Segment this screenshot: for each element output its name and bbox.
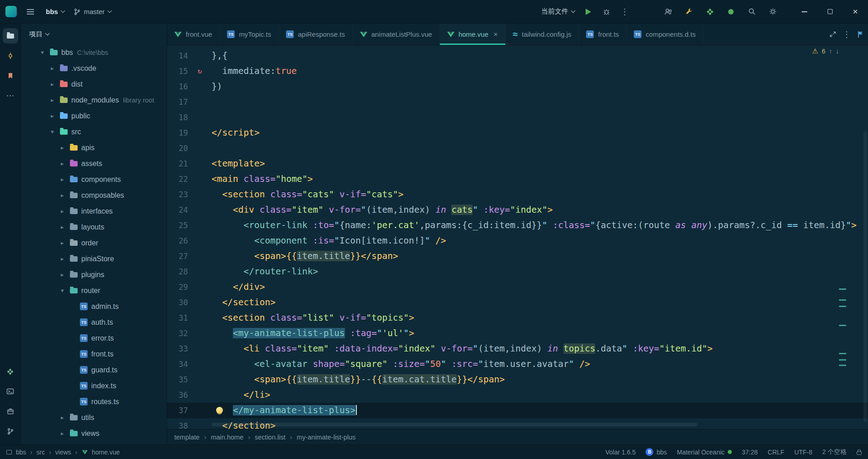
chevron-down-icon[interactable]: ▾ (41, 49, 50, 56)
status-path-item-home-vue[interactable]: home.vue (92, 449, 119, 456)
settings-button[interactable] (764, 4, 782, 20)
debug-button[interactable] (597, 4, 616, 20)
tree-item-order[interactable]: ▸order (21, 235, 167, 251)
chevron-right-icon[interactable]: ▸ (61, 176, 70, 183)
services-tool-button[interactable] (3, 404, 18, 419)
code-line-34[interactable]: 34 <el-avatar shape="square" :size="50" … (167, 356, 868, 372)
code-line-27[interactable]: 27 <span>{{item.title}}</span> (167, 249, 868, 264)
status-path-item-src[interactable]: src (36, 449, 45, 456)
inspection-widget[interactable]: ⚠ 6 ↑ ↓ (812, 47, 839, 55)
project-panel-header[interactable]: 项目 (21, 24, 167, 44)
tab-front-vue[interactable]: front.vue (167, 24, 220, 45)
chevron-right-icon[interactable]: ▸ (51, 97, 60, 103)
tree-item-auth-ts[interactable]: auth.ts (21, 314, 167, 330)
search-everywhere-button[interactable] (743, 4, 761, 20)
tree-item-router[interactable]: ▾router (21, 283, 167, 298)
line-separator-widget[interactable]: CRLF (768, 449, 784, 456)
chevron-right-icon[interactable]: ▸ (51, 81, 60, 88)
pinned-flag-button[interactable] (857, 31, 863, 38)
project-tool-button[interactable] (3, 28, 18, 44)
code-line-28[interactable]: 28 </router-link> (167, 264, 868, 279)
chevron-right-icon[interactable]: ▸ (61, 430, 70, 437)
tree-item-error-ts[interactable]: error.ts (21, 330, 167, 346)
chevron-right-icon[interactable]: ▸ (61, 144, 70, 151)
tree-item-piniastore[interactable]: ▸piniaStore (21, 251, 167, 267)
code-line-17[interactable]: 17 (167, 94, 868, 110)
terminal-tool-button[interactable] (3, 384, 18, 399)
project-widget[interactable]: bbs (41, 5, 69, 18)
run-button[interactable] (579, 4, 597, 20)
encoding-widget[interactable]: UTF-8 (794, 449, 813, 456)
code-line-18[interactable]: 18 (167, 110, 868, 125)
code-line-32[interactable]: 32 <my-animate-list-plus :tag="'ul'"> (167, 326, 868, 341)
tab-components-d-ts[interactable]: components.d.ts (626, 24, 703, 45)
tree-item-index-ts[interactable]: index.ts (21, 378, 167, 394)
status-path-item-bbs[interactable]: bbs (16, 449, 26, 456)
tree-item-admin-ts[interactable]: admin.ts (21, 298, 167, 314)
tree-item-utils[interactable]: ▸utils (21, 410, 167, 425)
commit-tool-button[interactable] (3, 48, 18, 63)
code-line-31[interactable]: 31 <section class="list" v-if="topics"> (167, 310, 868, 326)
chevron-right-icon[interactable]: ▸ (51, 65, 60, 72)
code-line-21[interactable]: 21<template> (167, 156, 868, 171)
code-line-36[interactable]: 36 </li> (167, 387, 868, 403)
code-line-14[interactable]: 14},{ (167, 48, 868, 63)
code-editor[interactable]: 14},{15↻ immediate:true16})171819</scrip… (167, 45, 868, 429)
bookmarks-tool-button[interactable] (3, 68, 18, 83)
code-line-35[interactable]: 35 <span>{{item.title}}--{{item.cat.titl… (167, 372, 868, 387)
chevron-right-icon[interactable]: ▸ (61, 239, 70, 246)
tree-item-src[interactable]: ▾src (21, 124, 167, 140)
prev-problem-button[interactable]: ↑ (829, 48, 832, 55)
code-line-33[interactable]: 33 <li class="item" :data-index="index" … (167, 341, 868, 356)
tree-item-vscode[interactable]: ▸.vscode (21, 60, 167, 76)
tab-apiresponse-ts[interactable]: apiResponse.ts (279, 24, 352, 45)
git-tool-button[interactable] (3, 424, 18, 439)
code-line-30[interactable]: 30 </section> (167, 295, 868, 310)
breadcrumb-item-section-list[interactable]: section.list (255, 434, 286, 441)
code-line-16[interactable]: 16}) (167, 79, 868, 94)
tree-item-components[interactable]: ▸components (21, 171, 167, 187)
tree-item-dist[interactable]: ▸dist (21, 76, 167, 92)
tree-item-routes-ts[interactable]: routes.ts (21, 394, 167, 410)
chevron-right-icon[interactable]: ▸ (61, 271, 70, 278)
tree-item-front-ts[interactable]: front.ts (21, 346, 167, 362)
tree-item-bbs[interactable]: ▾bbsC:\vite\bbs (21, 44, 167, 60)
layout-icon[interactable] (6, 450, 12, 454)
indent-widget[interactable]: 2 个空格 (822, 448, 847, 456)
breadcrumb-item-template[interactable]: template (174, 434, 200, 441)
chevron-right-icon[interactable]: ▸ (61, 208, 70, 215)
status-path-item-views[interactable]: views (55, 449, 71, 456)
tree-item-assets[interactable]: ▸assets (21, 156, 167, 171)
tab-home-vue[interactable]: home.vue✕ (440, 24, 506, 45)
collaboration-status-button[interactable] (722, 4, 740, 20)
theme-status[interactable]: Material Oceanic (677, 449, 732, 456)
minimize-button[interactable] (792, 0, 817, 24)
chevron-right-icon[interactable]: ▸ (61, 414, 70, 421)
chevron-down-icon[interactable]: ▾ (61, 287, 70, 294)
maximize-button[interactable] (817, 0, 843, 24)
code-line-24[interactable]: 24 <div class="item" v-for="(item,index)… (167, 202, 868, 218)
expand-tabs-button[interactable] (829, 31, 836, 38)
tree-item-guard-ts[interactable]: guard.ts (21, 362, 167, 378)
volar-status[interactable]: Volar 1.6.5 (605, 449, 636, 456)
plugins-button[interactable] (701, 4, 719, 20)
chevron-right-icon[interactable]: ▸ (61, 160, 70, 167)
run-configuration-widget[interactable]: 当前文件 (537, 5, 579, 19)
intention-bulb-icon[interactable] (216, 407, 223, 414)
tree-item-views[interactable]: ▸views (21, 425, 167, 441)
code-line-23[interactable]: 23 <section class="cats" v-if="cats"> (167, 187, 868, 202)
watch-gutter-icon[interactable]: ↻ (197, 63, 202, 79)
horizontal-scrollbar[interactable] (212, 423, 697, 426)
code-line-22[interactable]: 22<main class="home"> (167, 171, 868, 187)
code-line-37[interactable]: 37 </my-animate-list-plus> (167, 403, 868, 418)
code-line-26[interactable]: 26 <component :is="Icon[item.icon!]" /> (167, 233, 868, 249)
lock-icon[interactable] (857, 451, 862, 455)
tree-item-composables[interactable]: ▸composables (21, 187, 167, 203)
breadcrumb-item-my-animate-list-plus[interactable]: my-animate-list-plus (297, 434, 356, 441)
main-menu-icon[interactable] (27, 9, 34, 10)
code-line-25[interactable]: 25 <router-link :to="{name:'per.cat',par… (167, 218, 868, 233)
tab-mytopic-ts[interactable]: myTopic.ts (220, 24, 279, 45)
tab-front-ts[interactable]: front.ts (579, 24, 626, 45)
vertical-scrollbar[interactable] (863, 132, 867, 422)
code-line-19[interactable]: 19</script> (167, 125, 868, 141)
